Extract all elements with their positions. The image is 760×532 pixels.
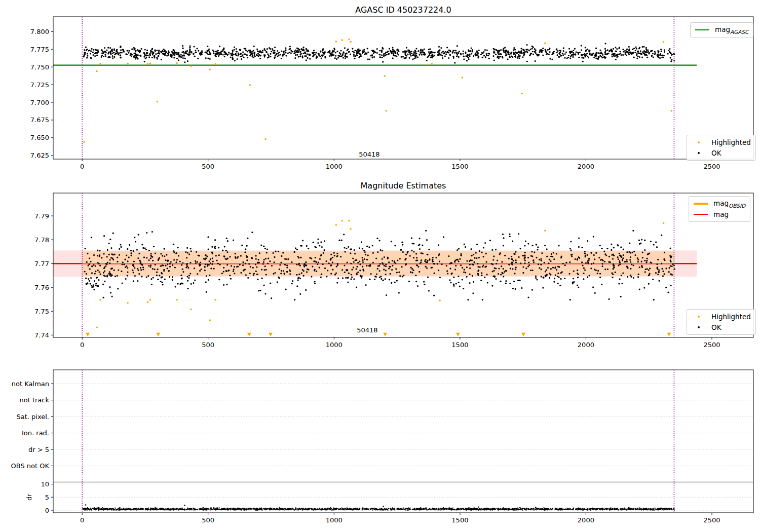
data-point-ok	[205, 263, 206, 265]
data-point-ok	[128, 508, 129, 509]
data-point-ok	[569, 509, 571, 510]
data-point-ok	[197, 273, 198, 275]
data-point-ok	[231, 265, 232, 267]
data-point-ok	[263, 261, 264, 263]
data-point-ok	[560, 278, 562, 280]
data-point-ok	[162, 264, 163, 266]
data-point-ok	[663, 508, 664, 509]
data-point-ok	[381, 278, 382, 280]
data-point-ok	[285, 47, 286, 49]
data-point-ok	[465, 52, 466, 53]
data-point-ok	[299, 49, 300, 51]
data-point-ok	[619, 263, 621, 265]
data-point-ok	[409, 255, 411, 257]
data-point-ok	[362, 507, 363, 508]
data-point-ok	[502, 56, 503, 58]
data-point-ok	[641, 261, 642, 262]
data-point-ok	[149, 55, 151, 56]
data-point-ok	[471, 47, 472, 49]
data-point-ok	[612, 509, 613, 510]
data-point-ok	[188, 253, 190, 255]
data-point-ok	[550, 268, 552, 270]
data-point-ok	[496, 508, 497, 509]
data-point-ok	[604, 253, 606, 255]
data-point-ok	[356, 55, 358, 56]
data-point-ok	[654, 510, 655, 511]
data-point-ok	[376, 238, 378, 239]
data-point-ok	[312, 508, 313, 509]
data-point-ok	[255, 271, 257, 272]
data-point-ok	[473, 508, 474, 509]
data-point-ok	[573, 281, 575, 283]
data-point-ok	[228, 52, 230, 53]
data-point-ok	[230, 509, 231, 510]
data-point-ok	[97, 285, 98, 287]
y-tick-label: 7.775	[30, 46, 49, 53]
data-point-ok	[281, 255, 282, 257]
legend-row-ok: OK	[692, 148, 751, 158]
data-point-ok	[186, 247, 188, 249]
data-point-ok	[424, 508, 425, 509]
data-point-ok	[620, 296, 622, 297]
data-point-ok	[160, 253, 162, 254]
data-point-ok	[182, 55, 183, 56]
data-point-ok	[351, 274, 352, 275]
data-point-ok	[364, 508, 365, 509]
data-point-ok	[218, 254, 220, 256]
data-point-ok	[483, 509, 484, 510]
legend-row-mag-obsid: magOBSID	[694, 199, 745, 208]
data-point-ok	[240, 272, 242, 274]
data-point-ok	[158, 51, 160, 53]
data-point-ok	[151, 231, 153, 233]
data-point-ok	[262, 263, 264, 264]
data-point-highlighted	[209, 68, 211, 70]
data-point-ok	[637, 259, 639, 260]
data-point-ok	[546, 53, 547, 55]
data-point-ok	[583, 278, 584, 280]
data-point-ok	[104, 508, 105, 509]
data-point-highlighted	[544, 230, 546, 232]
data-point-ok	[546, 248, 548, 250]
data-point-ok	[263, 259, 265, 260]
data-point-ok	[259, 290, 261, 291]
data-point-ok	[465, 246, 466, 248]
data-point-ok	[241, 244, 243, 246]
data-point-ok	[314, 282, 316, 284]
data-point-ok	[596, 52, 597, 53]
data-point-ok	[504, 271, 505, 273]
data-point-ok	[336, 58, 337, 60]
data-point-ok	[469, 282, 471, 284]
data-point-ok	[383, 269, 385, 270]
data-point-ok	[446, 52, 448, 53]
data-point-ok	[595, 48, 597, 49]
data-point-ok	[161, 59, 162, 60]
data-point-ok	[668, 50, 669, 51]
data-point-ok	[287, 53, 289, 54]
data-point-ok	[105, 52, 107, 53]
data-point-ok	[348, 273, 350, 274]
data-point-ok	[636, 54, 637, 56]
data-point-ok	[130, 54, 131, 56]
data-point-ok	[635, 52, 636, 53]
data-point-ok	[477, 266, 479, 268]
data-point-ok	[404, 509, 405, 510]
data-point-ok	[650, 261, 651, 263]
clipped-point-marker	[156, 333, 160, 336]
data-point-ok	[220, 51, 222, 52]
data-point-ok	[308, 509, 309, 510]
data-point-ok	[502, 273, 504, 274]
data-point-ok	[209, 58, 211, 60]
data-point-ok	[481, 509, 482, 510]
data-point-ok	[201, 52, 203, 53]
data-point-ok	[671, 54, 672, 56]
data-point-ok	[552, 256, 553, 257]
data-point-ok	[118, 508, 119, 509]
data-point-highlighted	[350, 228, 352, 230]
data-point-ok	[607, 508, 609, 509]
data-point-ok	[103, 297, 104, 298]
data-point-ok	[365, 254, 366, 255]
data-point-ok	[380, 276, 382, 277]
data-point-ok	[234, 266, 235, 268]
data-point-ok	[593, 53, 594, 54]
data-point-ok	[544, 509, 545, 510]
